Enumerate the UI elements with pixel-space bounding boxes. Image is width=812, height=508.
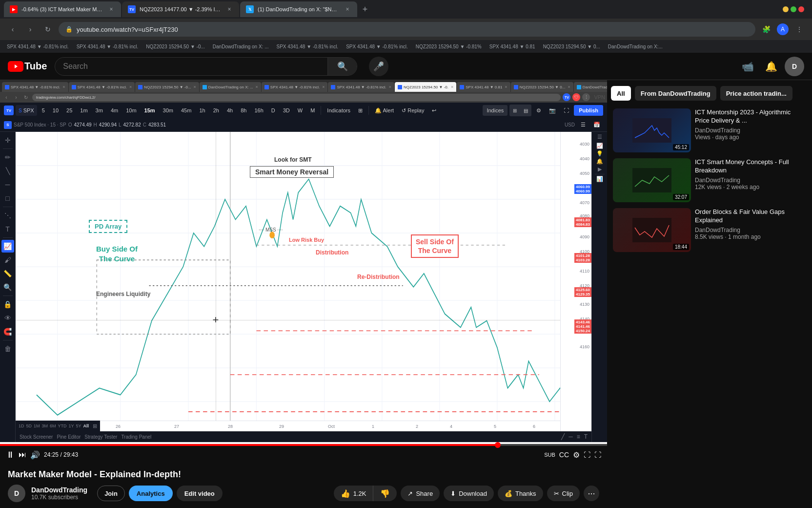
new-tab-button[interactable]: + — [358, 2, 372, 16]
tv-hline-tool[interactable]: ─ — [1, 178, 14, 191]
yt-profile-icon[interactable]: D — [785, 57, 804, 76]
tv-tf-4h[interactable]: 4h — [224, 105, 236, 116]
browser-tab-2[interactable]: TV NQZ2023 14477.00 ▼ -2.39% ICT T... × — [122, 1, 239, 17]
rec-card-1[interactable]: 45:12 ICT Mentorship 2023 - Algorithmic … — [611, 106, 808, 154]
tv-rp-5[interactable]: ▶ — [598, 166, 602, 172]
tv-measure-tool[interactable]: 📏 — [1, 267, 14, 280]
channel-name[interactable]: DanDowdTrading — [31, 486, 87, 494]
tv-layout-btn-2[interactable]: ▤ — [521, 105, 531, 116]
inner-tab-3[interactable]: NQZ2023 15294.50 ▼ -0... × — [135, 82, 199, 92]
filter-tab-price-action[interactable]: Price action tradin... — [720, 86, 792, 101]
tv-tf-d[interactable]: D — [268, 105, 278, 116]
tv-tf-25[interactable]: 25 — [63, 105, 75, 116]
like-btn[interactable]: 👍 1.2K — [334, 486, 374, 501]
play-pause-btn[interactable]: ⏸ — [6, 450, 15, 460]
bookmark-3[interactable]: NQZ2023 15294.50 ▼ -0... — [143, 43, 208, 50]
tv-bottom-panel-4[interactable]: Trading Panel — [121, 434, 151, 440]
reload-button[interactable]: ↻ — [41, 22, 55, 36]
tv-draw-2[interactable]: ─ — [568, 433, 573, 440]
settings-btn[interactable]: ⋮ — [792, 22, 806, 36]
inner-forward-btn[interactable]: › — [12, 93, 20, 102]
inner-tab-6[interactable]: SPX 4341.48 ▼ -0.81% incl. × — [328, 82, 394, 92]
tv-undo-btn[interactable]: ↩ — [429, 105, 439, 116]
tv-nav-1d[interactable]: 1D — [19, 423, 24, 428]
bookmark-4[interactable]: DanDowdTrading on X: ... — [210, 43, 272, 50]
tv-tf-4m[interactable]: 4m — [108, 105, 121, 116]
dislike-btn[interactable]: 👎 — [373, 486, 397, 501]
tv-brush-tool[interactable]: 🖌 — [1, 254, 14, 266]
inner-tab-10[interactable]: DanDowdTrading on X:... × — [574, 82, 607, 92]
tv-lock-tool[interactable]: 🔒 — [1, 298, 14, 311]
tv-rp-1[interactable]: ☰ — [597, 134, 602, 140]
browser-tab-1[interactable]: ▶ -0.64% (3) ICT Market Maker Model - E.… — [4, 1, 121, 17]
tv-indicators-btn[interactable]: Indicators — [324, 105, 353, 116]
tab-2-close[interactable]: × — [225, 5, 233, 13]
tv-watchlist-btn[interactable]: ☰ — [578, 120, 589, 130]
share-btn[interactable]: ↗ Share — [401, 486, 440, 501]
inner-ext-3[interactable]: ⋮ — [582, 93, 590, 101]
tv-draw-1[interactable]: ╱ — [561, 433, 565, 440]
maximize-btn[interactable] — [791, 6, 796, 12]
bookmark-8[interactable]: SPX 4341.48 ▼ 0.81 — [487, 43, 538, 50]
tv-trash-tool[interactable]: 🗑 — [1, 342, 14, 355]
back-button[interactable]: ‹ — [6, 22, 20, 36]
tv-tf-16h[interactable]: 16h — [251, 105, 266, 116]
tv-tf-2h[interactable]: 2h — [210, 105, 222, 116]
yt-notification-icon[interactable]: 🔔 — [761, 57, 781, 76]
tv-tf-5[interactable]: 5 — [39, 105, 48, 116]
tv-zoom-tool[interactable]: 🔍 — [1, 281, 14, 294]
more-btn[interactable]: ··· — [584, 486, 599, 501]
tv-tf-45m[interactable]: 45m — [178, 105, 194, 116]
profile-btn[interactable]: A — [777, 23, 789, 35]
thanks-btn[interactable]: 💰 Thanks — [498, 486, 543, 501]
tv-line-tool[interactable]: ╲ — [1, 165, 14, 177]
tv-tf-w[interactable]: W — [295, 105, 305, 116]
tv-fullscreen-btn[interactable]: ⛶ — [561, 105, 572, 116]
inner-tab-2[interactable]: SPX 4341.48 ▼ -0.81% incl. × — [69, 82, 135, 92]
inner-back-btn[interactable]: ‹ — [2, 93, 11, 102]
tab-1-close[interactable]: × — [107, 5, 115, 13]
yt-search-button[interactable]: 🔍 — [327, 58, 357, 75]
subtitles-btn[interactable]: CC — [559, 451, 569, 459]
tv-tf-10m[interactable]: 10m — [123, 105, 139, 116]
tv-draw-3[interactable]: ≡ — [577, 433, 580, 440]
inner-tab-1-close[interactable]: × — [62, 85, 65, 89]
browser-tab-3[interactable]: 𝕏 (1) DanDowdTrading on X: "$NQ M... × — [240, 1, 357, 17]
tab-3-close[interactable]: × — [344, 5, 351, 13]
tv-template-btn[interactable]: ⊞ — [355, 105, 365, 116]
tv-rp-6[interactable]: 📊 — [596, 176, 603, 182]
tv-tf-10[interactable]: 10 — [50, 105, 61, 116]
inner-tab-7[interactable]: NQZ2023 15294.50 ▼ -0. × — [395, 82, 456, 92]
tv-symbol-search[interactable]: S SPX — [16, 105, 37, 116]
inner-tab-4-close[interactable]: × — [256, 85, 258, 89]
tv-chart-type-tool[interactable]: 📈 — [1, 240, 14, 253]
forward-button[interactable]: › — [23, 22, 37, 36]
edit-video-btn[interactable]: Edit video — [177, 486, 223, 501]
tv-eye-tool[interactable]: 👁 — [1, 312, 14, 324]
filter-tab-all[interactable]: All — [611, 86, 631, 101]
filter-tab-channel[interactable]: From DanDowdTrading — [635, 86, 716, 101]
tv-nav-6m[interactable]: 6M — [50, 423, 56, 428]
tv-magnet-tool[interactable]: 🧲 — [1, 325, 14, 338]
bookmark-9[interactable]: NQZ2023 15294.50 ▼ 0... — [540, 43, 603, 50]
bookmark-2[interactable]: SPX 4341.48 ▼ -0.81% incl. — [74, 43, 142, 50]
inner-tab-3-close[interactable]: × — [194, 85, 196, 89]
yt-search-input[interactable] — [55, 58, 327, 75]
bookmark-10[interactable]: DanDowdTrading on X:... — [605, 43, 666, 50]
tv-bottom-panel-2[interactable]: Pine Editor — [57, 434, 81, 440]
address-bar[interactable]: 🔒 youtube.com/watch?v=uSFxr4jT230 — [59, 22, 755, 37]
tv-tf-m[interactable]: M — [307, 105, 318, 116]
tv-text-tool[interactable]: T — [1, 223, 14, 235]
tv-alert-btn[interactable]: 🔔 Alert — [372, 105, 397, 116]
tv-draw-4[interactable]: T — [584, 433, 588, 440]
inner-tab-5[interactable]: SPX 4341.48 ▼ -0.81% incl. × — [262, 82, 328, 92]
tv-rect-tool[interactable]: □ — [1, 192, 14, 205]
tv-pencil-tool[interactable]: ✏ — [1, 151, 14, 164]
tv-chart-canvas[interactable]: Look for SMT Smart Money Reversal Buy Si… — [16, 132, 591, 442]
tv-cursor-tool[interactable]: ✛ — [1, 134, 14, 147]
yt-mic-button[interactable]: 🎤 — [369, 57, 388, 76]
tv-tf-30m[interactable]: 30m — [160, 105, 176, 116]
inner-reload-btn[interactable]: ↻ — [21, 93, 30, 102]
minimize-btn[interactable] — [783, 6, 789, 12]
tv-tf-8h[interactable]: 8h — [238, 105, 249, 116]
